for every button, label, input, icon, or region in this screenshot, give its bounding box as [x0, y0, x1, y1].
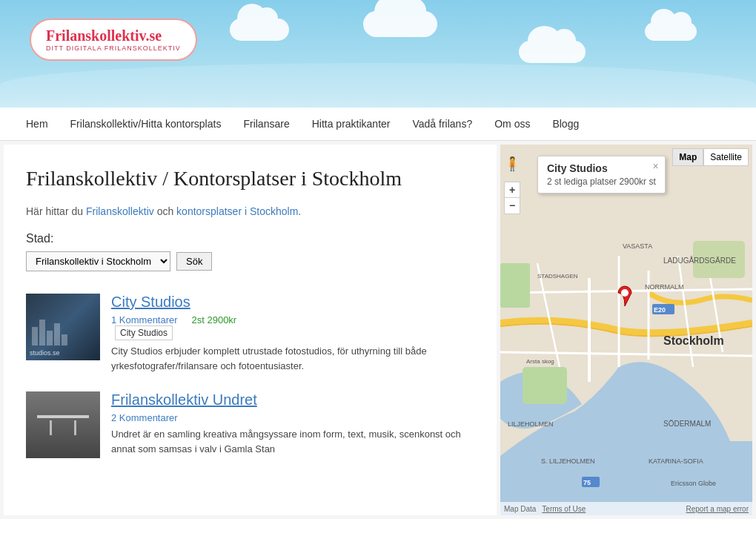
building-5 — [62, 334, 67, 345]
nav-item-praktikanter[interactable]: Hitta praktikanter — [301, 109, 402, 139]
undret-thumbnail — [26, 391, 100, 458]
main-navigation: Hem Frilanskollektiv/Hitta kontorsplats … — [0, 108, 756, 141]
svg-text:75: 75 — [583, 479, 591, 486]
map-footer: Map Data Terms of Use Report a map error — [500, 502, 752, 515]
logo-sub-text: DITT DIGITALA FRILANSKOLLEKTIV — [46, 44, 181, 52]
intro-text: Här hittar du Frilanskollektiv och konto… — [26, 205, 474, 217]
site-header: Frilanskollektiv.se DITT DIGITALA FRILAN… — [0, 0, 756, 108]
tooltip-close-button[interactable]: × — [653, 160, 659, 172]
building-3 — [47, 331, 53, 345]
map-tooltip: City Studios 2 st lediga platser 2900kr … — [537, 156, 666, 194]
cloud-decoration-4 — [645, 22, 697, 41]
frilanskollektiv-link[interactable]: Frilanskollektiv — [86, 205, 154, 217]
city-filter-select[interactable]: Frilanskollektiv i Stockholm Frilanskoll… — [26, 251, 170, 271]
building-2 — [39, 320, 45, 345]
city-studios-description: City Studios erbjuder komplett utrustade… — [111, 344, 474, 373]
thumb-studio-text: studios.se — [30, 349, 60, 357]
cloud-decoration-1 — [230, 19, 289, 41]
svg-text:STADSHAGEN: STADSHAGEN — [537, 273, 578, 280]
map-zoom-controls: + − — [504, 182, 520, 214]
svg-text:NORRMALM: NORRMALM — [645, 283, 684, 291]
site-logo[interactable]: Frilanskollektiv.se DITT DIGITALA FRILAN… — [30, 19, 197, 61]
header-wave-decoration — [0, 63, 756, 108]
svg-text:Stockholm: Stockholm — [663, 334, 724, 347]
street-view-icon[interactable]: 🧍 — [504, 156, 519, 172]
tooltip-title: City Studios — [547, 162, 656, 174]
svg-text:SÖDERMALM: SÖDERMALM — [663, 420, 711, 428]
kontorsplatser-link[interactable]: kontorsplatser i Stockholm — [176, 205, 298, 217]
svg-text:LADUGÅRDSGÄRDE: LADUGÅRDSGÄRDE — [663, 256, 736, 265]
svg-text:E20: E20 — [654, 306, 666, 314]
search-button[interactable]: Sök — [176, 252, 212, 271]
map-svg: Stockholm LADUGÅRDSGÄRDE NORRMALM STADSH… — [500, 145, 752, 515]
svg-text:Ericsson Globe: Ericsson Globe — [671, 480, 716, 487]
cloud-decoration-2 — [363, 11, 437, 37]
nav-item-frilansare[interactable]: Frilansare — [232, 109, 300, 139]
city-studios-availability: 2st 2900kr — [191, 314, 236, 325]
svg-text:LILJEHOLMEN: LILJEHOLMEN — [508, 420, 554, 428]
report-map-error-link[interactable]: Report a map error — [686, 505, 749, 513]
building-1 — [32, 327, 38, 345]
tooltip-info: 2 st lediga platser 2900kr st — [547, 176, 656, 187]
leg-right — [74, 420, 76, 435]
leg-left — [50, 420, 52, 435]
table-legs-row — [39, 420, 87, 435]
logo-main-text: Frilanskollektiv.se — [46, 27, 181, 44]
stad-label: Stad: — [26, 232, 474, 245]
zoom-out-button[interactable]: − — [504, 198, 520, 214]
listing-item-undret: Frilanskollektiv Undret 2 Kommentarer Un… — [26, 391, 474, 458]
terms-of-use-link[interactable]: Terms of Use — [542, 505, 586, 513]
svg-text:VASASTA: VASASTA — [623, 242, 652, 250]
undret-thumb-inner — [26, 391, 100, 458]
map-data-label: Map Data — [504, 505, 536, 513]
city-studios-title[interactable]: City Studios — [111, 294, 474, 311]
svg-rect-2 — [500, 263, 530, 308]
city-studios-comments[interactable]: 1 Kommentarer — [111, 314, 178, 325]
zoom-in-button[interactable]: + — [504, 182, 520, 198]
cloud-decoration-3 — [519, 41, 586, 63]
svg-text:Arsta skog: Arsta skog — [526, 358, 554, 365]
city-studios-inline-tooltip: City Studios — [115, 325, 173, 340]
nav-item-hem[interactable]: Hem — [15, 109, 59, 139]
undret-meta: 2 Kommentarer — [111, 411, 474, 423]
undret-title[interactable]: Frilanskollektiv Undret — [111, 391, 474, 409]
content-area: Frilanskollektiv / Kontorsplatser i Stoc… — [4, 145, 497, 515]
table-top — [37, 415, 89, 418]
page-title: Frilanskollektiv / Kontorsplatser i Stoc… — [26, 167, 474, 191]
undret-description: Undret är en samling kreativa mångsyssar… — [111, 427, 474, 456]
svg-point-19 — [621, 289, 629, 297]
nav-item-vada[interactable]: Vadå frilans? — [402, 109, 484, 139]
building-4 — [54, 323, 60, 345]
nav-item-om-oss[interactable]: Om oss — [483, 109, 541, 139]
main-wrapper: Frilanskollektiv / Kontorsplatser i Stoc… — [0, 141, 756, 519]
undret-info: Frilanskollektiv Undret 2 Kommentarer Un… — [111, 391, 474, 456]
nav-item-blogg[interactable]: Blogg — [541, 109, 590, 139]
map-type-controls: Map Satellite — [672, 148, 749, 166]
filter-row: Frilanskollektiv i Stockholm Frilanskoll… — [26, 251, 474, 271]
listing-item-city-studios: studios.se City Studios 1 Kommentarer 2s… — [26, 294, 474, 373]
undret-comments[interactable]: 2 Kommentarer — [111, 412, 178, 423]
map-type-map[interactable]: Map — [672, 148, 703, 166]
city-studios-meta: 1 Kommentarer 2st 2900kr — [111, 314, 474, 325]
city-studios-info: City Studios 1 Kommentarer 2st 2900kr Ci… — [111, 294, 474, 373]
city-studios-thumbnail: studios.se — [26, 294, 100, 360]
svg-text:KATARINA-SOFIA: KATARINA-SOFIA — [649, 457, 703, 465]
map-area: Map Satellite 🧍 + − City Studios 2 st le… — [500, 145, 752, 515]
buildings-decoration — [32, 320, 67, 345]
map-type-satellite[interactable]: Satellite — [703, 148, 749, 166]
svg-rect-1 — [523, 367, 567, 404]
svg-text:S. LILJEHOLMEN: S. LILJEHOLMEN — [541, 457, 595, 465]
nav-item-frilanskollektiv[interactable]: Frilanskollektiv/Hitta kontorsplats — [59, 109, 233, 139]
